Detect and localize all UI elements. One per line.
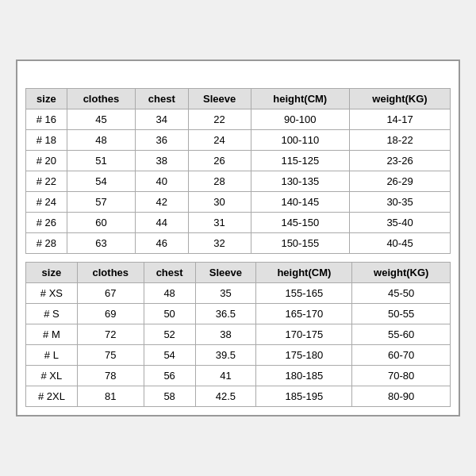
size-cell: # S [26,304,78,324]
data-cell: 67 [77,283,144,304]
table-row: # 20513826115-12523-26 [26,151,451,171]
data-cell: 35 [195,283,256,304]
data-cell: 60-70 [352,345,451,366]
data-cell: 26-29 [350,171,451,192]
table-row: # 22544028130-13526-29 [26,171,451,192]
data-cell: 70-80 [352,366,451,386]
data-cell: 23-26 [350,151,451,171]
data-cell: 57 [67,192,135,213]
table1-header-row: sizeclotheschestSleeveheight(CM)weight(K… [26,89,451,109]
size-cell: # 2XL [26,386,78,407]
data-cell: 69 [77,304,144,324]
data-cell: 38 [195,324,256,345]
size-table-1: sizeclotheschestSleeveheight(CM)weight(K… [25,88,451,254]
data-cell: 90-100 [251,109,349,130]
data-cell: 51 [67,151,135,171]
column-header: chest [144,263,195,283]
column-header: height(CM) [251,89,349,109]
table-row: # 24574230140-14530-35 [26,192,451,213]
data-cell: 63 [67,233,135,254]
data-cell: 40 [136,171,189,192]
column-header: clothes [67,89,135,109]
chart-title [25,69,451,88]
data-cell: 18-22 [350,130,451,151]
data-cell: 30 [188,192,251,213]
column-header: Sleeve [188,89,251,109]
data-cell: 26 [188,151,251,171]
table-row: # 28634632150-15540-45 [26,233,451,254]
table2-header-row: sizeclotheschestSleeveheight(CM)weight(K… [26,263,451,283]
size-cell: # 26 [26,213,67,233]
size-cell: # 16 [26,109,67,130]
column-header: Sleeve [195,263,256,283]
data-cell: 78 [77,366,144,386]
size-table-2: sizeclotheschestSleeveheight(CM)weight(K… [25,262,451,407]
data-cell: 145-150 [251,213,349,233]
data-cell: 34 [136,109,189,130]
table-row: # XL785641180-18570-80 [26,366,451,386]
data-cell: 81 [77,386,144,407]
size-cell: # 22 [26,171,67,192]
data-cell: 40-45 [350,233,451,254]
data-cell: 28 [188,171,251,192]
data-cell: 55-60 [352,324,451,345]
size-cell: # 24 [26,192,67,213]
size-cell: # L [26,345,78,366]
table-row: # S695036.5165-17050-55 [26,304,451,324]
column-header: weight(KG) [352,263,451,283]
data-cell: 41 [195,366,256,386]
column-header: height(CM) [256,263,352,283]
data-cell: 165-170 [256,304,352,324]
data-cell: 58 [144,386,195,407]
data-cell: 22 [188,109,251,130]
data-cell: 115-125 [251,151,349,171]
data-cell: 24 [188,130,251,151]
data-cell: 38 [136,151,189,171]
data-cell: 180-185 [256,366,352,386]
data-cell: 36.5 [195,304,256,324]
column-header: weight(KG) [350,89,451,109]
table-row: # 18483624100-11018-22 [26,130,451,151]
column-header: clothes [77,263,144,283]
data-cell: 130-135 [251,171,349,192]
data-cell: 30-35 [350,192,451,213]
data-cell: 14-17 [350,109,451,130]
table-row: # XS674835155-16545-50 [26,283,451,304]
data-cell: 42 [136,192,189,213]
table-row: # L755439.5175-18060-70 [26,345,451,366]
column-header: size [26,263,78,283]
data-cell: 48 [144,283,195,304]
data-cell: 35-40 [350,213,451,233]
table-row: # 1645342290-10014-17 [26,109,451,130]
table-row: # 2XL815842.5185-19580-90 [26,386,451,407]
data-cell: 50 [144,304,195,324]
data-cell: 185-195 [256,386,352,407]
data-cell: 36 [136,130,189,151]
data-cell: 54 [144,345,195,366]
size-chart-container: sizeclotheschestSleeveheight(CM)weight(K… [16,60,460,416]
data-cell: 45-50 [352,283,451,304]
data-cell: 175-180 [256,345,352,366]
size-cell: # 28 [26,233,67,254]
data-cell: 56 [144,366,195,386]
data-cell: 140-145 [251,192,349,213]
data-cell: 42.5 [195,386,256,407]
data-cell: 45 [67,109,135,130]
size-cell: # 20 [26,151,67,171]
table-row: # M725238170-17555-60 [26,324,451,345]
data-cell: 32 [188,233,251,254]
size-cell: # 18 [26,130,67,151]
data-cell: 54 [67,171,135,192]
data-cell: 72 [77,324,144,345]
column-header: chest [136,89,189,109]
data-cell: 75 [77,345,144,366]
data-cell: 155-165 [256,283,352,304]
data-cell: 50-55 [352,304,451,324]
data-cell: 46 [136,233,189,254]
size-cell: # XL [26,366,78,386]
data-cell: 170-175 [256,324,352,345]
data-cell: 31 [188,213,251,233]
size-cell: # M [26,324,78,345]
column-header: size [26,89,67,109]
data-cell: 39.5 [195,345,256,366]
